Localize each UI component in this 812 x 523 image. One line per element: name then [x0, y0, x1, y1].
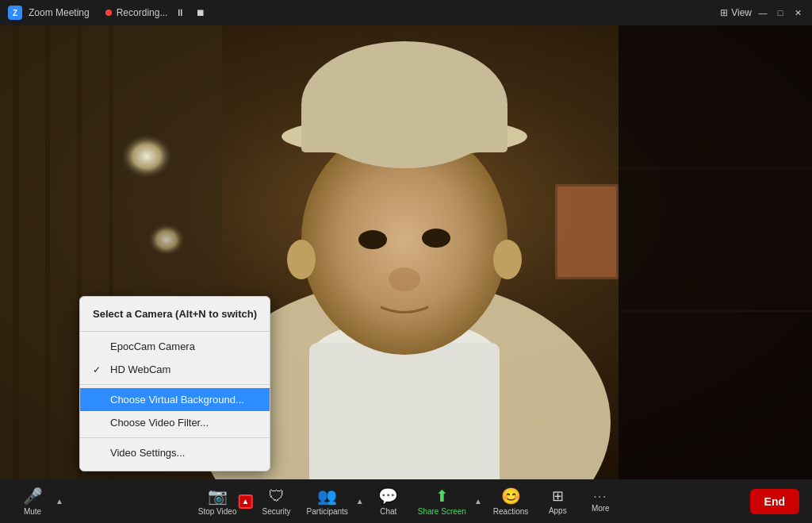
camera-option-epoccam[interactable]: EpocCam Camera: [80, 335, 270, 358]
participants-button[interactable]: 👥 Participants: [301, 483, 354, 519]
camera-option-settings[interactable]: Video Settings...: [80, 441, 270, 464]
title-bar-left: Z Zoom Meeting Recording... ⏸ ⏹: [8, 6, 209, 20]
share-screen-button[interactable]: ⬆ Share Screen: [412, 483, 473, 519]
participants-icon: 👥: [317, 486, 337, 506]
maximize-button[interactable]: □: [774, 6, 787, 19]
svg-point-22: [422, 229, 450, 248]
svg-point-23: [389, 267, 420, 291]
svg-point-25: [493, 240, 522, 279]
apps-button[interactable]: ⊞ Apps: [538, 484, 577, 518]
check-icon-virtual-bg: [93, 394, 104, 406]
menu-divider-3: [80, 437, 270, 438]
camera-option-hdwebcam[interactable]: ✓ HD WebCam: [80, 358, 270, 381]
apps-label: Apps: [549, 506, 567, 515]
close-button[interactable]: ✕: [791, 6, 804, 19]
stop-video-icon: 📷: [208, 486, 228, 506]
svg-point-7: [147, 222, 186, 257]
check-icon-hdwebcam: ✓: [93, 364, 104, 375]
camera-option-hdwebcam-label: HD WebCam: [110, 363, 170, 375]
zoom-logo: Z: [8, 6, 22, 20]
more-label: More: [592, 504, 610, 513]
camera-option-virtual-bg-label: Choose Virtual Background...: [110, 394, 244, 406]
recording-stop-button[interactable]: ⏹: [193, 6, 209, 20]
recording-label: Recording...: [117, 7, 168, 18]
share-screen-label: Share Screen: [418, 507, 466, 516]
end-group: End: [750, 489, 799, 514]
svg-point-24: [287, 240, 316, 279]
svg-rect-12: [557, 187, 616, 277]
mute-button[interactable]: 🎤 Mute: [13, 483, 52, 519]
stop-video-group: 📷 Stop Video ▲: [192, 483, 253, 519]
end-button[interactable]: End: [750, 489, 799, 514]
camera-option-epoccam-label: EpocCam Camera: [110, 340, 195, 352]
mute-icon: 🎤: [23, 486, 43, 506]
check-icon-settings: [93, 448, 104, 459]
title-bar-right: ⊞ View — □ ✕: [720, 6, 804, 19]
participants-group: 👥 Participants ▲: [301, 483, 366, 519]
chat-button[interactable]: 💬 Chat: [369, 483, 408, 519]
svg-rect-8: [619, 25, 812, 479]
apps-icon: ⊞: [552, 487, 564, 505]
chat-icon: 💬: [378, 486, 398, 506]
camera-option-video-filter-label: Choose Video Filter...: [110, 417, 209, 429]
reactions-button[interactable]: 😊 Reactions: [487, 483, 534, 519]
recording-indicator: Recording... ⏸ ⏹: [105, 6, 209, 20]
video-caret-arrow-icon: ▲: [242, 498, 250, 506]
menu-divider-2: [80, 384, 270, 385]
mute-label: Mute: [24, 507, 41, 516]
stop-video-label: Stop Video: [198, 507, 237, 516]
svg-rect-16: [309, 343, 500, 479]
svg-point-21: [358, 230, 387, 249]
camera-option-settings-label: Video Settings...: [110, 447, 185, 459]
mute-group: 🎤 Mute ▲: [13, 483, 65, 519]
toolbar-center: 📷 Stop Video ▲ 🛡 Security 👥 Participants…: [192, 483, 621, 519]
camera-option-virtual-bg[interactable]: Choose Virtual Background...: [80, 388, 270, 411]
reactions-label: Reactions: [493, 507, 528, 516]
share-screen-icon: ⬆: [435, 486, 449, 506]
check-icon-video-filter: [93, 417, 104, 429]
camera-menu-title: Select a Camera (Alt+N to switch): [80, 303, 270, 328]
stop-video-button[interactable]: 📷 Stop Video: [192, 483, 240, 519]
video-area: Select a Camera (Alt+N to switch) EpocCa…: [0, 25, 812, 479]
mute-caret[interactable]: ▲: [54, 497, 65, 506]
svg-rect-20: [301, 105, 508, 152]
title-bar: Z Zoom Meeting Recording... ⏸ ⏹ ⊞ View —…: [0, 0, 812, 25]
share-caret[interactable]: ▲: [473, 497, 484, 506]
participants-caret[interactable]: ▲: [354, 497, 366, 506]
camera-option-video-filter[interactable]: Choose Video Filter...: [80, 411, 270, 434]
security-button[interactable]: 🛡 Security: [255, 484, 297, 519]
app-title: Zoom Meeting: [29, 7, 90, 18]
more-icon: ···: [593, 490, 607, 502]
view-button[interactable]: ⊞ View: [720, 7, 752, 18]
toolbar: 🎤 Mute ▲ 📷 Stop Video ▲ 🛡 Security 👥 Par…: [0, 479, 812, 523]
recording-pause-button[interactable]: ⏸: [172, 6, 188, 20]
reactions-icon: 😊: [501, 486, 521, 506]
chat-label: Chat: [380, 507, 396, 516]
security-icon: 🛡: [269, 487, 285, 506]
video-caret-button[interactable]: ▲: [238, 494, 252, 509]
participants-label: Participants: [307, 507, 348, 516]
more-button[interactable]: ··· More: [580, 486, 620, 516]
video-scene: Select a Camera (Alt+N to switch) EpocCa…: [0, 25, 812, 479]
grid-icon: ⊞: [720, 7, 728, 18]
check-icon-epoccam: [93, 341, 104, 352]
recording-dot: [105, 10, 112, 16]
svg-point-6: [119, 133, 174, 180]
camera-select-menu: Select a Camera (Alt+N to switch) EpocCa…: [79, 296, 270, 471]
security-label: Security: [262, 507, 290, 516]
menu-divider-1: [80, 331, 270, 332]
view-label: View: [731, 7, 752, 18]
minimize-button[interactable]: —: [756, 6, 769, 19]
share-screen-group: ⬆ Share Screen ▲: [412, 483, 484, 519]
